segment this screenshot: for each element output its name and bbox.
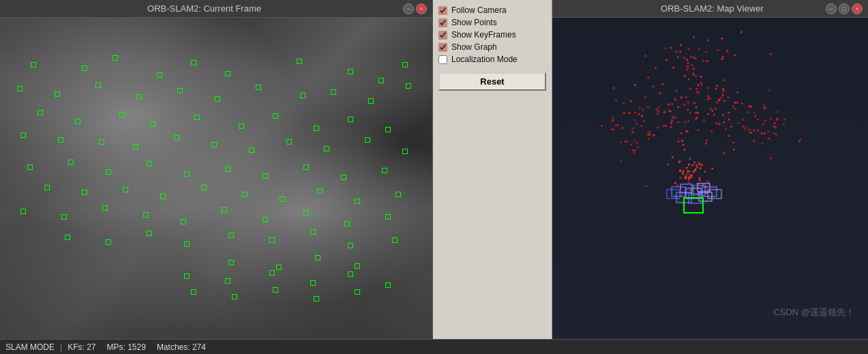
svg-point-87 [652,85,654,87]
svg-point-138 [700,167,702,169]
svg-point-71 [722,94,724,96]
svg-point-269 [687,65,689,68]
svg-point-45 [716,122,718,124]
feature-point [348,69,353,74]
svg-point-102 [657,110,659,112]
svg-point-270 [665,47,667,49]
show-graph-label[interactable]: Show Graph [451,42,497,52]
feature-point [228,260,234,265]
feature-point [385,127,391,132]
svg-point-73 [630,144,632,146]
svg-point-288 [705,51,707,53]
feature-point [191,60,196,65]
feature-point [273,287,278,293]
left-minimize-button[interactable]: – [403,3,414,14]
svg-point-222 [625,141,627,143]
svg-point-11 [677,121,679,123]
svg-point-252 [637,146,639,148]
feature-point [368,98,374,104]
svg-point-116 [757,130,759,132]
reset-button[interactable]: Reset [438,72,546,91]
svg-point-182 [773,126,775,128]
svg-point-228 [611,120,613,122]
feature-point [31,62,36,68]
svg-point-223 [615,99,617,101]
svg-point-76 [706,139,708,141]
svg-point-190 [728,135,730,137]
show-points-checkbox[interactable] [438,18,447,27]
svg-point-207 [757,118,759,120]
feature-point [317,188,323,194]
follow-camera-label[interactable]: Follow Camera [451,5,507,15]
svg-point-157 [704,171,706,173]
svg-point-108 [716,85,718,87]
feature-point [314,126,319,131]
feature-point [263,173,268,179]
svg-point-31 [733,149,735,151]
right-minimize-button[interactable]: – [826,3,837,14]
map-points-count: MPs: 1529 [107,342,146,352]
svg-point-262 [691,64,693,66]
right-maximize-button[interactable]: □ [839,3,850,14]
svg-point-286 [698,48,700,50]
svg-point-249 [617,124,619,126]
svg-point-55 [658,106,660,108]
svg-point-46 [665,59,668,61]
current-frame-title: ORB-SLAM2: Current Frame [5,3,403,14]
svg-point-232 [640,125,642,127]
svg-point-212 [775,134,777,136]
feature-point [55,91,60,97]
svg-point-92 [687,62,689,64]
localization-mode-checkbox[interactable] [438,55,447,64]
show-keyframes-label[interactable]: Show KeyFrames [451,30,516,40]
feature-point [225,278,230,284]
svg-point-172 [698,162,700,164]
svg-point-105 [725,128,727,130]
show-graph-checkbox[interactable] [438,43,447,52]
svg-point-256 [632,149,634,151]
svg-point-17 [728,112,730,114]
svg-point-227 [663,125,665,127]
svg-point-216 [762,143,764,145]
svg-point-58 [703,119,705,121]
svg-point-18 [698,84,700,86]
svg-point-273 [726,50,728,53]
svg-point-38 [648,131,650,133]
show-points-label[interactable]: Show Points [451,18,497,27]
matches-count: Matches: 274 [157,342,206,352]
show-keyframes-checkbox[interactable] [438,31,447,40]
feature-point [314,296,319,301]
svg-point-28 [687,120,689,122]
svg-point-208 [775,127,777,129]
svg-point-56 [707,98,709,100]
svg-point-180 [761,132,763,134]
svg-point-284 [707,40,709,42]
svg-point-236 [648,138,650,140]
svg-point-75 [700,76,702,78]
svg-point-82 [723,79,725,81]
svg-point-287 [693,36,695,38]
feature-point [194,115,200,120]
svg-point-230 [635,123,638,125]
svg-point-5 [684,149,686,151]
show-keyframes-row: Show KeyFrames [438,30,546,40]
svg-point-14 [653,134,655,136]
svg-point-16 [700,82,702,84]
left-close-button[interactable]: × [416,3,427,14]
feature-point [310,280,316,286]
svg-point-80 [659,92,661,94]
localization-mode-label[interactable]: Localization Mode [451,55,518,64]
right-close-button[interactable]: × [852,3,863,14]
svg-point-155 [679,177,681,179]
svg-point-24 [642,108,644,110]
svg-point-48 [647,76,649,78]
svg-point-13 [734,102,736,104]
svg-point-4 [686,68,688,70]
svg-point-271 [722,56,724,58]
feature-point [315,255,320,261]
svg-point-21 [697,112,699,114]
svg-point-81 [689,87,691,89]
follow-camera-checkbox[interactable] [438,6,447,15]
svg-point-276 [693,57,695,59]
controls-panel: Follow Camera Show Points Show KeyFrames… [433,0,552,339]
